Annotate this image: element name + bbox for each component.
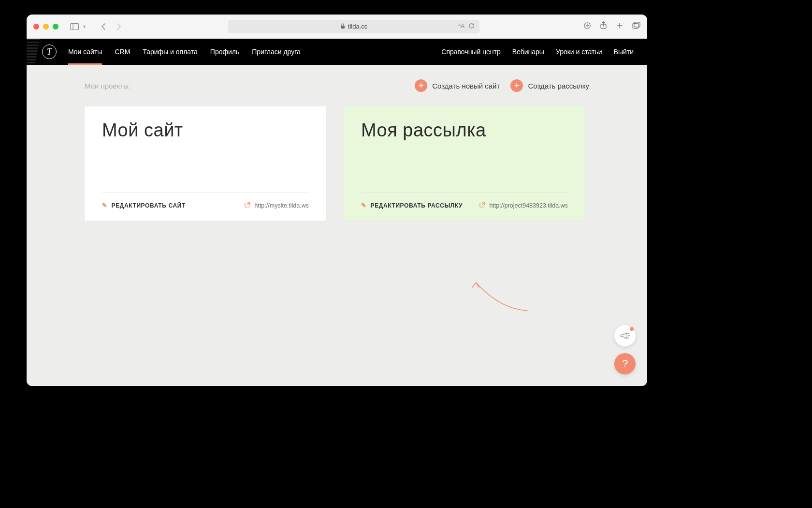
browser-window: ▾ tilda.cc ᴬA (27, 15, 647, 386)
site-url: http://mysite.tilda.ws (254, 202, 309, 209)
nav-webinars[interactable]: Вебинары (512, 48, 544, 56)
create-newsletter-label: Создать рассылку (528, 82, 589, 90)
downloads-icon[interactable] (583, 22, 591, 31)
nav-profile[interactable]: Профиль (210, 48, 239, 56)
svg-rect-2 (341, 26, 345, 29)
edit-label: РЕДАКТИРОВАТЬ РАССЫЛКУ (371, 202, 463, 209)
notification-badge (630, 327, 634, 331)
annotation-arrow-icon (470, 279, 533, 317)
forward-button[interactable] (114, 21, 124, 32)
minimize-window-button[interactable] (43, 24, 49, 30)
reload-icon[interactable] (468, 23, 475, 30)
new-tab-icon[interactable] (616, 22, 624, 31)
edit-site-link[interactable]: ✎ РЕДАКТИРОВАТЬ САЙТ (102, 202, 186, 209)
open-newsletter-link[interactable]: http://project9483923.tilda.ws (479, 202, 568, 209)
window-controls (33, 24, 58, 30)
lock-icon (340, 23, 345, 30)
card-footer: ✎ РЕДАКТИРОВАТЬ РАССЫЛКУ http://project9… (361, 202, 568, 209)
address-bar-wrap: tilda.cc ᴬA (129, 20, 579, 33)
address-trailing: ᴬA (458, 23, 475, 30)
back-button[interactable] (98, 21, 109, 32)
pencil-icon: ✎ (102, 202, 108, 209)
create-site-button[interactable]: + Создать новый сайт (415, 79, 500, 92)
nav-crm[interactable]: CRM (115, 48, 130, 56)
tilda-header: T Мои сайты CRM Тарифы и оплата Профиль … (27, 39, 647, 65)
svg-rect-5 (633, 24, 638, 29)
project-cards: Мой сайт ✎ РЕДАКТИРОВАТЬ САЙТ http://mys… (85, 106, 589, 221)
main-nav: Мои сайты CRM Тарифы и оплата Профиль Пр… (68, 48, 301, 56)
sidebar-toggle-group: ▾ (69, 21, 89, 32)
nav-buttons (98, 21, 124, 32)
announcements-button[interactable] (614, 325, 636, 346)
nav-tariffs[interactable]: Тарифы и оплата (143, 48, 198, 56)
plus-icon: + (415, 79, 427, 92)
toolbar-right (583, 21, 640, 31)
help-label: ? (622, 358, 628, 370)
external-link-icon (479, 202, 485, 209)
svg-rect-6 (634, 22, 640, 27)
edit-newsletter-link[interactable]: ✎ РЕДАКТИРОВАТЬ РАССЫЛКУ (361, 202, 463, 209)
page-body: Мои проекты: + Создать новый сайт + Созд… (27, 65, 647, 386)
card-divider (361, 153, 568, 193)
share-icon[interactable] (600, 21, 607, 31)
newsletter-url: http://project9483923.tilda.ws (489, 202, 568, 209)
plus-icon: + (510, 79, 523, 92)
help-button[interactable]: ? (614, 353, 636, 374)
card-divider (102, 153, 309, 193)
card-title: Мой сайт (102, 120, 309, 141)
nav-my-sites[interactable]: Мои сайты (68, 48, 102, 56)
decorative-edge (27, 39, 40, 65)
tabs-overview-icon[interactable] (632, 22, 640, 31)
create-site-label: Создать новый сайт (432, 82, 500, 90)
page-actions: + Создать новый сайт + Создать рассылку (415, 79, 589, 92)
safari-toolbar: ▾ tilda.cc ᴬA (27, 15, 647, 39)
open-site-link[interactable]: http://mysite.tilda.ws (245, 202, 309, 209)
secondary-nav: Справочный центр Вебинары Уроки и статьи… (441, 48, 634, 56)
pencil-icon: ✎ (361, 202, 367, 209)
create-newsletter-button[interactable]: + Создать рассылку (510, 79, 589, 92)
sidebar-icon[interactable] (69, 21, 80, 32)
floating-widgets: ? (614, 325, 636, 374)
svg-rect-0 (71, 23, 79, 30)
fullscreen-window-button[interactable] (53, 24, 58, 30)
page-subheader: Мои проекты: + Создать новый сайт + Созд… (85, 79, 589, 92)
page-heading: Мои проекты: (85, 82, 130, 90)
tilda-logo[interactable]: T (42, 45, 57, 59)
nav-invite[interactable]: Пригласи друга (252, 48, 301, 56)
nav-logout[interactable]: Выйти (614, 48, 634, 56)
translate-icon[interactable]: ᴬA (458, 23, 464, 30)
nav-help-center[interactable]: Справочный центр (441, 48, 500, 56)
edit-label: РЕДАКТИРОВАТЬ САЙТ (112, 202, 186, 209)
project-card-site[interactable]: Мой сайт ✎ РЕДАКТИРОВАТЬ САЙТ http://mys… (85, 106, 326, 221)
card-footer: ✎ РЕДАКТИРОВАТЬ САЙТ http://mysite.tilda… (102, 202, 309, 209)
address-bar[interactable]: tilda.cc ᴬA (228, 20, 479, 33)
url-text: tilda.cc (348, 23, 367, 30)
project-card-newsletter[interactable]: Моя рассылка ✎ РЕДАКТИРОВАТЬ РАССЫЛКУ ht… (344, 106, 585, 221)
nav-lessons[interactable]: Уроки и статьи (556, 48, 602, 56)
close-window-button[interactable] (33, 24, 39, 30)
chevron-down-icon[interactable]: ▾ (79, 21, 89, 32)
logo-letter: T (47, 47, 52, 56)
external-link-icon (245, 202, 250, 209)
card-title: Моя рассылка (361, 120, 568, 141)
